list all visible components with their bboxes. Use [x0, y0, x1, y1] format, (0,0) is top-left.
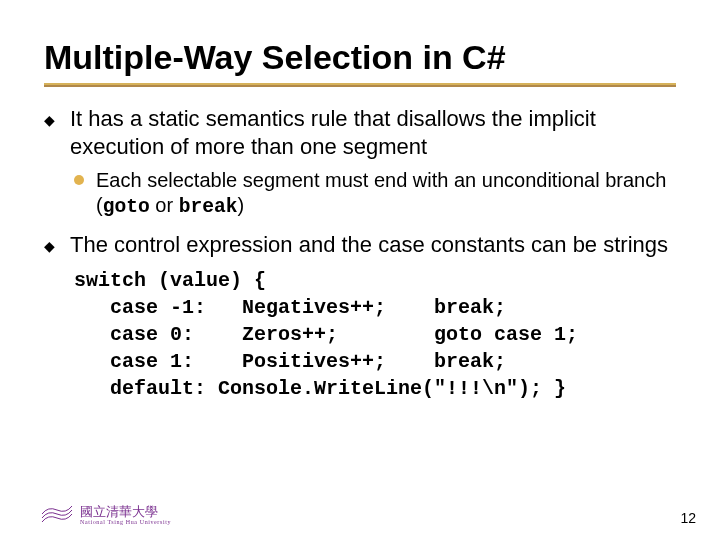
slide: Multiple-Way Selection in C# ◆ It has a …: [0, 0, 720, 540]
bullet-item-2: ◆ The control expression and the case co…: [44, 231, 676, 259]
slide-title: Multiple-Way Selection in C#: [44, 38, 676, 77]
dot-icon: [74, 175, 84, 185]
code-break: break: [179, 196, 238, 218]
bullet-item-1: ◆ It has a static semantics rule that di…: [44, 105, 676, 160]
bullet-list: ◆ It has a static semantics rule that di…: [44, 105, 676, 402]
sub-bullet-text-post: ): [237, 194, 244, 216]
diamond-icon: ◆: [44, 238, 55, 256]
title-underline: [44, 83, 676, 87]
university-name-en: National Tsing Hua University: [80, 519, 171, 525]
diamond-icon: ◆: [44, 112, 55, 130]
university-logo: 國立清華大學 National Tsing Hua University: [40, 504, 171, 526]
logo-mark-icon: [40, 504, 74, 526]
bullet-text: The control expression and the case cons…: [70, 232, 668, 257]
code-goto: goto: [103, 196, 150, 218]
logo-text: 國立清華大學 National Tsing Hua University: [80, 505, 171, 525]
code-block: switch (value) { case -1: Negatives++; b…: [74, 267, 676, 402]
bullet-text: It has a static semantics rule that disa…: [70, 106, 596, 159]
sub-bullet-text-mid: or: [150, 194, 179, 216]
sub-bullet-item-1: Each selectable segment must end with an…: [44, 168, 676, 219]
footer: 國立清華大學 National Tsing Hua University 12: [40, 504, 696, 526]
page-number: 12: [680, 510, 696, 526]
university-name-zh: 國立清華大學: [80, 504, 158, 519]
